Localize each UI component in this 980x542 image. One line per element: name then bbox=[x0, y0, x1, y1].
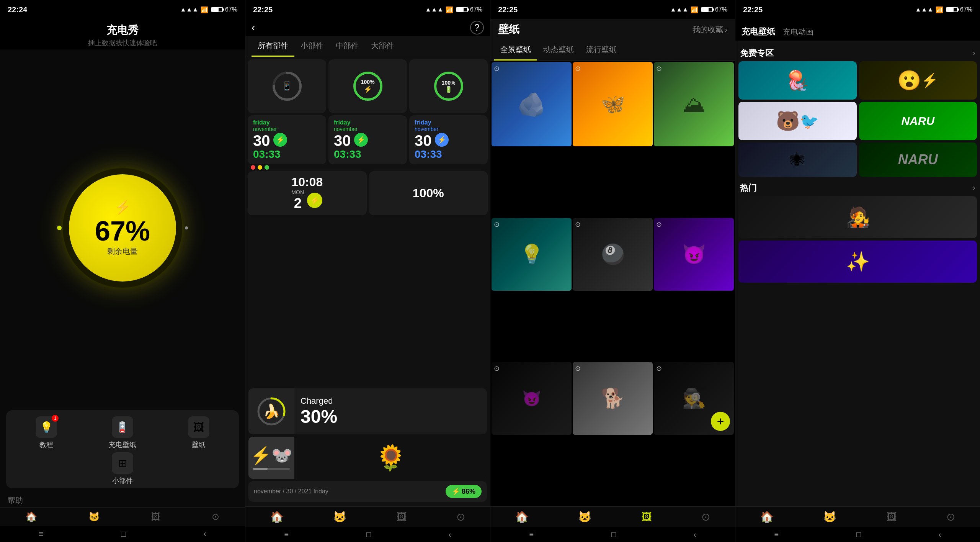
p4-free-item-4[interactable]: NARU bbox=[859, 102, 977, 140]
p2-nav-cat[interactable]: 🐱 bbox=[333, 511, 346, 523]
p4-secondary-1[interactable]: 🕷 bbox=[738, 142, 857, 177]
p2-question-button[interactable]: ? bbox=[470, 21, 484, 34]
dt-bottom-2: 30 ⚡ bbox=[334, 133, 402, 148]
p2-nav-home[interactable]: 🏠 bbox=[270, 511, 284, 523]
p3-tab-panorama[interactable]: 全景壁纸 bbox=[494, 40, 537, 61]
p3-add-button[interactable]: + bbox=[711, 412, 730, 431]
p4-free-arrow[interactable]: › bbox=[973, 48, 975, 58]
battery-percent-2: 67% bbox=[470, 6, 482, 13]
status-bar-2: 22:25 ▲▲▲ 📶 67% bbox=[245, 0, 490, 19]
p2-tab-all[interactable]: 所有部件 bbox=[252, 36, 294, 57]
battery-fill-3 bbox=[702, 8, 709, 11]
p2-widget-phone-circle[interactable]: 📱 bbox=[248, 59, 326, 113]
p1-bottom-settings[interactable]: ⊙ bbox=[212, 511, 219, 522]
ninja-icon: NARU bbox=[898, 152, 938, 168]
p1-back-icon[interactable]: ‹ bbox=[204, 529, 206, 539]
p1-nav-icon-wallpaper: 🖼 bbox=[188, 416, 209, 438]
p2-back-button[interactable]: ‹ bbox=[252, 21, 255, 34]
p2-nav-photo[interactable]: 🖼 bbox=[396, 511, 407, 523]
p1-nav-item-tutorial[interactable]: 💡 1 教程 bbox=[10, 416, 83, 449]
p3-collection-label: 我的收藏 bbox=[693, 25, 723, 35]
mon-label: MON bbox=[291, 189, 304, 195]
p4-free-content-3: 🐻 🐦 bbox=[738, 102, 857, 140]
p2-widget-100-battery[interactable]: 100% 🔋 bbox=[409, 59, 488, 113]
p4-secondary-2[interactable]: NARU bbox=[859, 142, 977, 177]
p2-widget-row-mon: 10:08 MON 2 ⚡ 100% bbox=[248, 171, 488, 213]
p3-wall-8[interactable]: 🐕 ⊙ bbox=[573, 362, 653, 435]
p1-bottom-cat[interactable]: 🐱 bbox=[88, 511, 100, 522]
p2-widget-row-2: friday november 30 ⚡ 03:33 friday novemb… bbox=[248, 115, 488, 161]
p2-tab-large[interactable]: 大部件 bbox=[365, 36, 400, 57]
mon-day: 2 bbox=[294, 195, 302, 211]
battery-icon-2 bbox=[456, 7, 468, 12]
p4-hot-item-1[interactable]: 🧑‍🎤 bbox=[738, 196, 977, 238]
battery-icon-3 bbox=[701, 7, 713, 12]
goku-icon: ✨ bbox=[846, 251, 870, 273]
status-right-2: ▲▲▲ 📶 67% bbox=[425, 6, 482, 13]
p1-home-icon[interactable]: □ bbox=[121, 529, 126, 539]
p4-free-item-3[interactable]: 🐻 🐦 bbox=[738, 102, 857, 140]
dt-lightning-1: ⚡ bbox=[273, 133, 287, 147]
p4-menu-icon[interactable]: ≡ bbox=[774, 530, 779, 539]
p3-wall-1[interactable]: 🪨 ⊙ bbox=[492, 62, 572, 146]
p3-home-icon[interactable]: □ bbox=[611, 530, 616, 539]
p2-pikachu-row[interactable]: ⚡🐭 🌻 bbox=[248, 437, 487, 479]
wall-overlay-4: ⊙ bbox=[494, 220, 500, 229]
p2-menu-icon[interactable]: ≡ bbox=[284, 530, 289, 539]
naruto-icon: NARU bbox=[901, 115, 934, 128]
p4-hot-arrow[interactable]: › bbox=[973, 183, 975, 193]
mon-time-col: 10:08 MON 2 ⚡ bbox=[291, 175, 323, 211]
p3-tab-popular[interactable]: 流行壁纸 bbox=[580, 40, 623, 61]
p2-tab-small[interactable]: 小部件 bbox=[294, 36, 330, 57]
p1-nav-section: 💡 1 教程 🪫 充电壁纸 🖼 壁纸 bbox=[6, 410, 239, 488]
p3-collection[interactable]: 我的收藏 › bbox=[693, 25, 727, 35]
p2-tab-medium[interactable]: 中部件 bbox=[330, 36, 365, 57]
p3-wall-inner-2: 🦋 bbox=[573, 62, 653, 146]
p2-widget-100-green[interactable]: 100% ⚡ bbox=[328, 59, 407, 113]
p3-wall-2[interactable]: 🦋 ⊙ bbox=[573, 62, 653, 146]
p1-nav-item-widget[interactable]: ⊞ 小部件 bbox=[112, 452, 133, 485]
p1-bottom-home[interactable]: 🏠 bbox=[26, 511, 37, 522]
p4-free-item-1[interactable]: 🪼 bbox=[738, 61, 857, 100]
p2-mon-section: 10:08 MON 2 ⚡ 100% bbox=[248, 164, 488, 213]
p2-home-icon[interactable]: □ bbox=[366, 530, 371, 539]
p4-nav-cat[interactable]: 🐱 bbox=[823, 511, 836, 523]
p4-home-icon[interactable]: □ bbox=[856, 530, 861, 539]
p2-datetime-3[interactable]: friday november 30 ⚡ 03:33 bbox=[409, 115, 488, 164]
p4-free-content-4: NARU bbox=[859, 102, 977, 140]
p3-tab-dynamic[interactable]: 动态壁纸 bbox=[537, 40, 580, 61]
battery-fill-1 bbox=[212, 8, 219, 11]
p4-hot-item-2[interactable]: ✨ bbox=[738, 241, 977, 283]
p2-datetime-1[interactable]: friday november 30 ⚡ 03:33 bbox=[248, 115, 326, 164]
p1-circle-inner: ⚡ 67% 剩余电量 bbox=[69, 174, 176, 282]
p3-wall-4[interactable]: 💡 ⊙ bbox=[492, 218, 572, 291]
p3-wall-5[interactable]: 🎱 ⊙ bbox=[573, 218, 653, 291]
p2-mon-widget[interactable]: 10:08 MON 2 ⚡ bbox=[248, 171, 367, 215]
p1-menu-icon[interactable]: ≡ bbox=[39, 529, 44, 539]
p3-nav-photo[interactable]: 🖼 bbox=[641, 511, 652, 523]
p4-nav-home[interactable]: 🏠 bbox=[760, 511, 774, 523]
p3-wall-9[interactable]: 🕵 ⊙ + bbox=[654, 362, 734, 435]
p2-nav-settings[interactable]: ⊙ bbox=[456, 511, 465, 523]
p1-nav-item-charging-wallpaper[interactable]: 🪫 充电壁纸 bbox=[86, 416, 159, 449]
p4-free-item-2[interactable]: 😮 ⚡ bbox=[859, 61, 977, 100]
p2-back-icon[interactable]: ‹ bbox=[449, 530, 451, 539]
p4-tab-charging-anim[interactable]: 充电动画 bbox=[783, 24, 813, 40]
p4-back-icon[interactable]: ‹ bbox=[939, 530, 941, 539]
p4-tab-charging-wall[interactable]: 充电壁纸 bbox=[742, 23, 775, 41]
p3-wall-6[interactable]: 😈 ⊙ bbox=[654, 218, 734, 291]
p3-nav-home[interactable]: 🏠 bbox=[515, 511, 529, 523]
p3-nav-settings[interactable]: ⊙ bbox=[701, 511, 710, 523]
p3-back-icon[interactable]: ‹ bbox=[694, 530, 696, 539]
p3-nav-cat[interactable]: 🐱 bbox=[578, 511, 591, 523]
p2-percent-widget[interactable]: 100% bbox=[369, 171, 488, 215]
p4-nav-photo[interactable]: 🖼 bbox=[886, 511, 897, 523]
p4-nav-settings[interactable]: ⊙ bbox=[946, 511, 955, 523]
p3-wall-7[interactable]: 😈 ⊙ bbox=[492, 362, 572, 435]
p3-menu-icon[interactable]: ≡ bbox=[529, 530, 534, 539]
p1-bottom-photo[interactable]: 🖼 bbox=[151, 511, 160, 522]
p2-charged-section[interactable]: 🍌 Charged 30% bbox=[248, 388, 487, 434]
p3-wall-3[interactable]: ⛰ ⊙ bbox=[654, 62, 734, 146]
p1-nav-item-wallpaper[interactable]: 🖼 壁纸 bbox=[162, 416, 235, 449]
p2-datetime-2[interactable]: friday november 30 ⚡ 03:33 bbox=[328, 115, 407, 164]
